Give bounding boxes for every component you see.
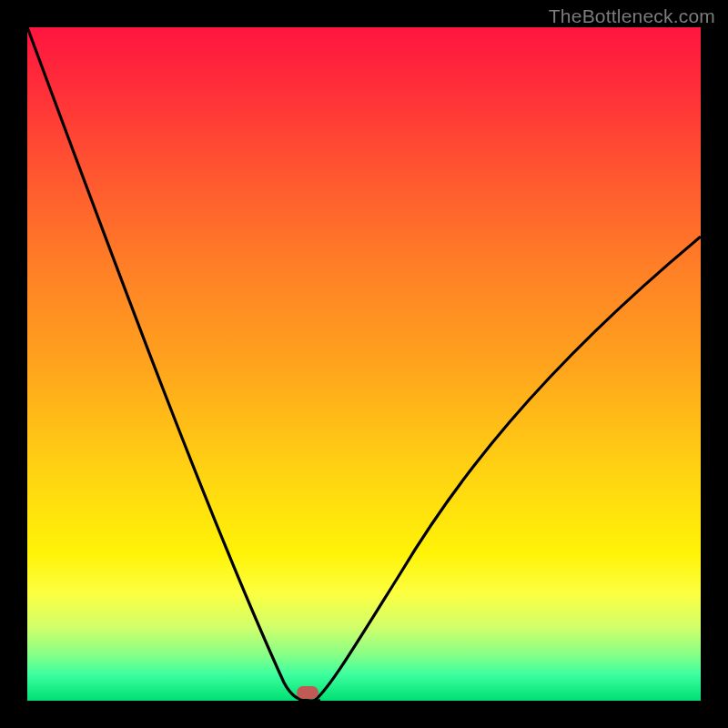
watermark-text: TheBottleneck.com bbox=[549, 5, 715, 27]
chart-frame: TheBottleneck.com bbox=[0, 0, 728, 728]
plot-area bbox=[27, 27, 701, 701]
bottleneck-curve bbox=[27, 27, 701, 701]
optimal-marker bbox=[297, 686, 318, 699]
